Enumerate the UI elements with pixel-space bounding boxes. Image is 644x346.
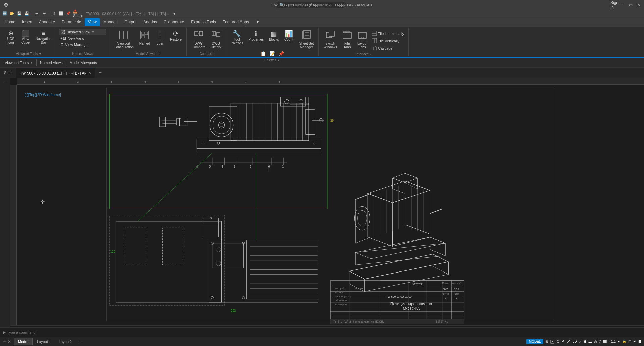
tab-start[interactable]: Start: [0, 68, 16, 78]
layout-tab-model[interactable]: Model: [14, 338, 33, 345]
qat-sep2: [49, 11, 49, 16]
viewport-config-btn[interactable]: ViewportConfiguration: [112, 29, 136, 50]
palette-extra-3[interactable]: 📌: [277, 50, 285, 57]
dwg-history-btn[interactable]: DWGHistory: [209, 29, 223, 50]
status-isolate-btn[interactable]: ☀: [633, 340, 636, 343]
restore-btn[interactable]: ▭: [628, 2, 633, 8]
status-ortho-btn[interactable]: O: [557, 340, 559, 343]
canvas-area[interactable]: 1 2 3 4 5 6 7 8 [-][Top][2D Wireframe] ✛: [10, 78, 644, 327]
status-hardware-btn[interactable]: ◱: [628, 340, 631, 343]
menu-addins[interactable]: Add-ins: [140, 18, 160, 26]
tab-main-close[interactable]: ✕: [88, 71, 91, 75]
layout-tab-layout1[interactable]: Layout1: [33, 338, 54, 345]
status-model-btn[interactable]: MODEL: [526, 339, 544, 344]
layout-close-icon[interactable]: ✕: [8, 339, 11, 344]
new-view-label: New View: [68, 36, 84, 40]
switch-windows-btn[interactable]: SwitchWindows: [321, 29, 339, 50]
status-lock-btn[interactable]: 🔒: [622, 340, 626, 343]
status-qp-btn[interactable]: ?: [599, 340, 601, 343]
status-polar-btn[interactable]: P: [561, 340, 564, 343]
view-cube-btn[interactable]: ⬛ ViewCube: [19, 29, 32, 46]
count-btn[interactable]: 📊 Count: [282, 29, 296, 43]
properties-btn[interactable]: ℹ Properties: [246, 29, 266, 43]
menu-parametric[interactable]: Parametric: [58, 18, 85, 26]
menu-manage[interactable]: Manage: [100, 18, 121, 26]
menu-insert[interactable]: Insert: [19, 18, 36, 26]
layout-tabs-btn[interactable]: LayoutTabs: [355, 29, 369, 50]
vt-model-viewports[interactable]: Model Viewports: [68, 60, 99, 65]
layout-settings-icon[interactable]: ☰: [3, 339, 7, 344]
tile-h-btn[interactable]: Tile Horizontally: [371, 30, 406, 37]
blocks-btn[interactable]: ▦ Blocks: [267, 29, 281, 43]
menu-collaborate[interactable]: Collaborate: [160, 18, 187, 26]
status-3dosnap-btn[interactable]: 3D: [573, 340, 577, 343]
status-dyn-btn[interactable]: ⬢: [584, 340, 587, 343]
qat-save[interactable]: 💾: [16, 11, 23, 17]
join-btn[interactable]: + Join: [153, 29, 167, 47]
qat-open[interactable]: 📂: [9, 11, 15, 17]
switch-windows-label: SwitchWindows: [323, 42, 337, 49]
status-grid-btn[interactable]: ⊞: [545, 340, 548, 343]
osnap-icon: [566, 339, 571, 344]
qat-btn3[interactable]: 📌: [65, 11, 72, 17]
qat-plot[interactable]: 🖨: [50, 11, 57, 17]
canvas-content[interactable]: [-][Top][2D Wireframe] ✛: [17, 85, 644, 327]
sign-in-btn[interactable]: Sign In: [612, 2, 617, 8]
menu-annotate[interactable]: Annotate: [36, 18, 58, 26]
qat-saveas[interactable]: 💾: [23, 11, 30, 17]
app-menu-btn[interactable]: 🅐: [3, 2, 9, 8]
viewport-label: [-][Top][2D Wireframe]: [25, 93, 61, 97]
vt-viewport-tools[interactable]: Viewport Tools ▼: [3, 60, 35, 65]
navigation-bar-btn[interactable]: ≡ NavigationBar: [34, 29, 53, 46]
tab-add-btn[interactable]: +: [95, 68, 105, 78]
unsaved-view-dropdown[interactable]: 🖼 Unsaved View ▼: [59, 29, 106, 35]
count-icon: 📊: [285, 30, 293, 37]
tile-v-btn[interactable]: Tile Vertically: [371, 38, 406, 44]
canvas-resize-handle[interactable]: [10, 325, 644, 327]
qat-dropdown[interactable]: ▼: [171, 11, 178, 17]
qat-share[interactable]: 📤 Share: [75, 11, 82, 17]
layout-tab-add[interactable]: +: [76, 338, 84, 345]
layout-tab-layout2[interactable]: Layout2: [54, 338, 76, 345]
status-otrack-btn[interactable]: △: [579, 340, 582, 343]
status-osnap-btn[interactable]: [566, 339, 571, 344]
qat-new[interactable]: 🆕: [1, 11, 8, 17]
status-snap-btn[interactable]: [550, 339, 555, 344]
file-tabs-btn[interactable]: FileTabs: [340, 29, 354, 50]
dwg-compare-btn[interactable]: DWGCompare: [190, 29, 207, 50]
status-customize-btn[interactable]: ☰: [638, 340, 641, 343]
tool-palettes-btn[interactable]: 🔧 ToolPalettes: [229, 29, 245, 46]
named-btn[interactable]: Named: [137, 29, 152, 47]
minimize-btn[interactable]: ─: [620, 2, 625, 8]
menu-express[interactable]: Express Tools: [187, 18, 219, 26]
svg-text:6: 6: [268, 165, 270, 168]
vt-named-views[interactable]: Named Views: [38, 60, 65, 65]
menu-home[interactable]: Home: [1, 18, 19, 26]
qat-redo[interactable]: ↪: [41, 11, 47, 17]
close-btn[interactable]: ✕: [636, 2, 641, 8]
menu-more[interactable]: ▼: [252, 18, 263, 26]
status-transparency-btn[interactable]: ◎: [594, 340, 597, 343]
menu-view[interactable]: View: [85, 18, 100, 26]
palette-extra-1[interactable]: 📋: [259, 50, 267, 57]
ucs-label: UCSIcon: [7, 37, 14, 44]
new-view-icon: +🖼: [60, 36, 66, 40]
qat-btn2[interactable]: ⬜: [58, 11, 64, 17]
left-panel-handle[interactable]: ⋮: [2, 79, 7, 85]
qat-undo[interactable]: ↩: [33, 11, 40, 17]
status-lw-btn[interactable]: ▬: [589, 340, 592, 343]
status-scale[interactable]: 1:1 ▼: [611, 340, 620, 343]
new-view-btn[interactable]: +🖼 New View: [59, 36, 106, 41]
tab-main[interactable]: TW 900 - 03.00.01.00 (...|←|→ -TB|-TA|- …: [16, 68, 95, 78]
cascade-btn[interactable]: Cascade: [371, 45, 406, 52]
status-sel-btn[interactable]: ⬜: [603, 340, 607, 343]
menu-output[interactable]: Output: [121, 18, 140, 26]
command-input[interactable]: [7, 330, 641, 334]
ucs-icon-btn[interactable]: ⊕ UCSIcon: [4, 29, 17, 46]
palette-extra-2[interactable]: 📝: [268, 50, 276, 57]
restore-btn[interactable]: ⟳ Restore: [168, 29, 184, 43]
sheet-set-btn[interactable]: Sheet SetManager: [297, 29, 316, 50]
view-manager-btn[interactable]: ⚙ View Manager: [59, 42, 106, 47]
svg-text:68,7: 68,7: [443, 288, 448, 291]
menu-featured[interactable]: Featured Apps: [219, 18, 252, 26]
